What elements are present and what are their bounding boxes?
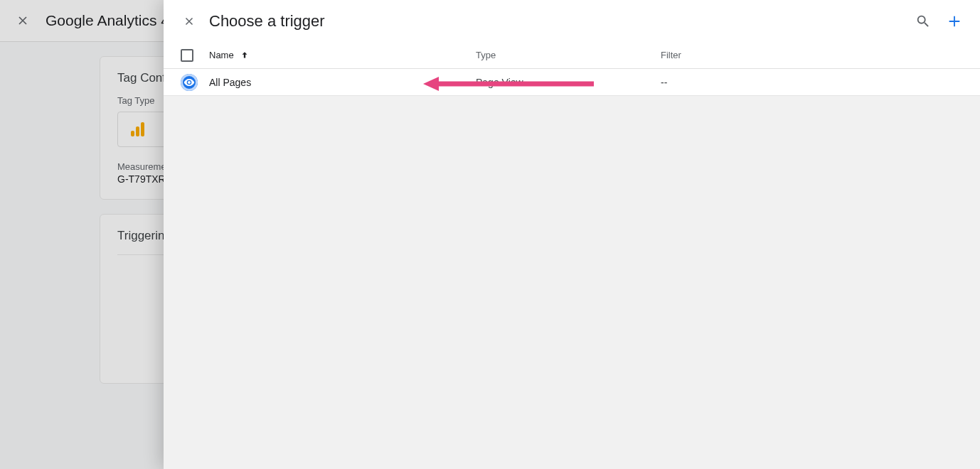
header-filter-col[interactable]: Filter: [661, 50, 963, 60]
header-type-col[interactable]: Type: [476, 50, 661, 60]
bg-page-title: Google Analytics 4: [46, 12, 169, 29]
eye-icon: [183, 77, 195, 88]
row-icon-col: [181, 74, 209, 91]
row-filter: --: [661, 77, 963, 88]
header-name-col[interactable]: Name: [209, 50, 476, 60]
header-name-label: Name: [209, 50, 234, 60]
close-icon: [183, 15, 196, 28]
add-trigger-button[interactable]: [946, 13, 963, 30]
bg-close-button[interactable]: [14, 12, 31, 29]
plus-icon: [947, 14, 962, 29]
search-icon: [915, 14, 931, 29]
row-type: Page View: [476, 77, 661, 88]
panel-title: Choose a trigger: [209, 12, 915, 31]
panel-close-button[interactable]: [181, 13, 198, 30]
close-icon: [16, 14, 30, 28]
panel-header: Choose a trigger: [164, 0, 980, 42]
trigger-row-all-pages[interactable]: All Pages Page View --: [164, 69, 980, 96]
search-button[interactable]: [915, 13, 932, 30]
google-analytics-icon: [129, 121, 147, 138]
header-checkbox-col: [181, 49, 209, 62]
trigger-table-header: Name Type Filter: [164, 42, 980, 69]
choose-trigger-panel: Choose a trigger Name Type Filter All Pa…: [164, 0, 980, 469]
sort-ascending-icon: [240, 50, 250, 60]
select-all-checkbox[interactable]: [181, 49, 193, 62]
page-view-trigger-icon: [181, 74, 198, 91]
row-name: All Pages: [209, 77, 476, 88]
panel-actions: [915, 13, 963, 30]
